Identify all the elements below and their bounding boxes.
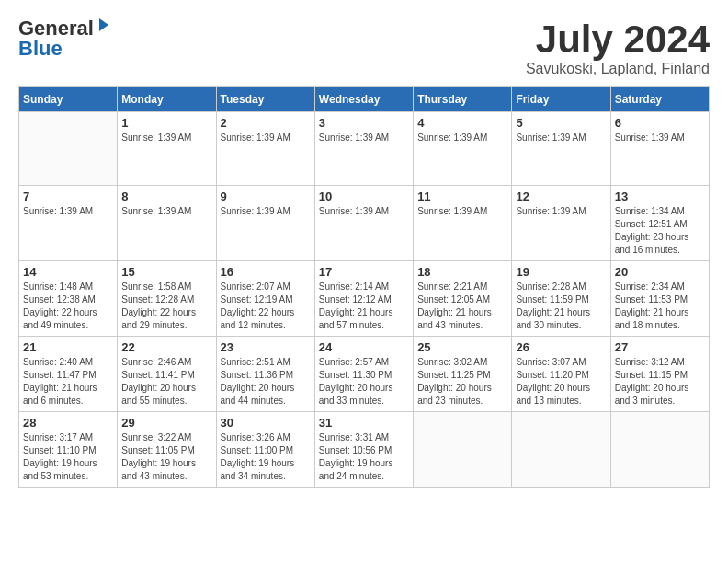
day-info: Sunrise: 2:57 AMSunset: 11:30 PMDaylight… — [319, 356, 409, 408]
day-number: 19 — [516, 265, 606, 279]
table-row: 27Sunrise: 3:12 AMSunset: 11:15 PMDaylig… — [610, 337, 709, 412]
day-info: Sunrise: 2:21 AMSunset: 12:05 AMDaylight… — [417, 281, 507, 332]
day-number: 14 — [23, 265, 113, 279]
table-row: 31Sunrise: 3:31 AMSunset: 10:56 PMDaylig… — [314, 412, 413, 488]
day-info: Sunrise: 1:39 AM — [417, 132, 507, 144]
day-info: Sunrise: 3:22 AMSunset: 11:05 PMDaylight… — [121, 431, 211, 483]
header-tuesday: Tuesday — [216, 87, 314, 112]
day-number: 2 — [221, 116, 311, 130]
table-row: 30Sunrise: 3:26 AMSunset: 11:00 PMDaylig… — [216, 412, 314, 488]
table-row: 20Sunrise: 2:34 AMSunset: 11:53 PMDaylig… — [610, 261, 709, 337]
header: General Blue July 2024 Savukoski, Laplan… — [18, 18, 710, 77]
day-number: 6 — [615, 116, 705, 130]
day-number: 17 — [319, 265, 409, 279]
day-info: Sunrise: 3:02 AMSunset: 11:25 PMDaylight… — [417, 356, 507, 408]
month-title: July 2024 — [526, 18, 710, 61]
logo-general-text: General — [18, 18, 94, 39]
table-row: 11Sunrise: 1:39 AM — [414, 186, 512, 261]
table-row: 14Sunrise: 1:48 AMSunset: 12:38 AMDaylig… — [19, 261, 118, 337]
day-info: Sunrise: 1:39 AM — [221, 205, 311, 218]
day-number: 8 — [121, 190, 211, 203]
day-info: Sunrise: 3:17 AMSunset: 11:10 PMDaylight… — [23, 431, 113, 483]
day-info: Sunrise: 1:48 AMSunset: 12:38 AMDaylight… — [23, 281, 113, 332]
logo: General Blue — [18, 18, 112, 59]
title-area: July 2024 Savukoski, Lapland, Finland — [526, 18, 710, 77]
day-number: 3 — [319, 116, 409, 130]
calendar-week-row: 7Sunrise: 1:39 AM8Sunrise: 1:39 AM9Sunri… — [19, 186, 710, 261]
day-info: Sunrise: 2:07 AMSunset: 12:19 AMDaylight… — [221, 281, 311, 332]
table-row: 15Sunrise: 1:58 AMSunset: 12:28 AMDaylig… — [118, 261, 216, 337]
day-number: 31 — [319, 416, 409, 430]
location-title: Savukoski, Lapland, Finland — [526, 61, 710, 77]
day-number: 7 — [23, 190, 113, 203]
day-number: 22 — [121, 340, 211, 354]
day-number: 28 — [23, 416, 113, 430]
table-row: 24Sunrise: 2:57 AMSunset: 11:30 PMDaylig… — [314, 337, 413, 412]
day-info: Sunrise: 1:39 AM — [23, 205, 113, 218]
table-row: 13Sunrise: 1:34 AMSunset: 12:51 AMDaylig… — [610, 186, 709, 261]
table-row: 17Sunrise: 2:14 AMSunset: 12:12 AMDaylig… — [314, 261, 413, 337]
calendar-week-row: 28Sunrise: 3:17 AMSunset: 11:10 PMDaylig… — [19, 412, 710, 488]
day-number: 9 — [221, 190, 311, 203]
day-number: 13 — [615, 190, 705, 203]
calendar-week-row: 21Sunrise: 2:40 AMSunset: 11:47 PMDaylig… — [19, 337, 710, 412]
header-sunday: Sunday — [19, 87, 118, 112]
day-number: 1 — [121, 116, 211, 130]
day-info: Sunrise: 1:39 AM — [319, 132, 409, 144]
day-number: 20 — [615, 265, 705, 279]
day-number: 27 — [615, 340, 705, 354]
day-info: Sunrise: 2:14 AMSunset: 12:12 AMDaylight… — [319, 281, 409, 332]
table-row: 22Sunrise: 2:46 AMSunset: 11:41 PMDaylig… — [118, 337, 216, 412]
day-info: Sunrise: 1:58 AMSunset: 12:28 AMDaylight… — [121, 281, 211, 332]
logo-flag-icon — [96, 17, 112, 33]
day-number: 23 — [221, 340, 311, 354]
table-row: 4Sunrise: 1:39 AM — [414, 112, 512, 186]
day-info: Sunrise: 1:39 AM — [516, 205, 606, 218]
table-row — [19, 112, 118, 186]
calendar-week-row: 14Sunrise: 1:48 AMSunset: 12:38 AMDaylig… — [19, 261, 710, 337]
day-info: Sunrise: 1:39 AM — [615, 132, 705, 144]
svg-marker-0 — [99, 18, 108, 31]
day-number: 16 — [221, 265, 311, 279]
calendar-header-row: Sunday Monday Tuesday Wednesday Thursday… — [19, 87, 710, 112]
day-number: 10 — [319, 190, 409, 203]
table-row: 1Sunrise: 1:39 AM — [118, 112, 216, 186]
header-monday: Monday — [118, 87, 216, 112]
day-number: 15 — [121, 265, 211, 279]
day-info: Sunrise: 2:40 AMSunset: 11:47 PMDaylight… — [23, 356, 113, 408]
day-info: Sunrise: 1:39 AM — [417, 205, 507, 218]
table-row: 25Sunrise: 3:02 AMSunset: 11:25 PMDaylig… — [414, 337, 512, 412]
table-row — [414, 412, 512, 488]
day-info: Sunrise: 2:51 AMSunset: 11:36 PMDaylight… — [221, 356, 311, 408]
header-friday: Friday — [512, 87, 610, 112]
day-info: Sunrise: 3:12 AMSunset: 11:15 PMDaylight… — [615, 356, 705, 408]
day-number: 29 — [121, 416, 211, 430]
day-info: Sunrise: 1:39 AM — [516, 132, 606, 144]
day-info: Sunrise: 1:39 AM — [319, 205, 409, 218]
day-info: Sunrise: 1:39 AM — [121, 132, 211, 144]
header-saturday: Saturday — [610, 87, 709, 112]
table-row: 28Sunrise: 3:17 AMSunset: 11:10 PMDaylig… — [19, 412, 118, 488]
day-number: 5 — [516, 116, 606, 130]
table-row: 2Sunrise: 1:39 AM — [216, 112, 314, 186]
day-number: 25 — [417, 340, 507, 354]
table-row: 7Sunrise: 1:39 AM — [19, 186, 118, 261]
day-number: 18 — [417, 265, 507, 279]
day-number: 11 — [417, 190, 507, 203]
table-row: 12Sunrise: 1:39 AM — [512, 186, 610, 261]
table-row: 5Sunrise: 1:39 AM — [512, 112, 610, 186]
day-number: 12 — [516, 190, 606, 203]
table-row — [610, 412, 709, 488]
table-row: 18Sunrise: 2:21 AMSunset: 12:05 AMDaylig… — [414, 261, 512, 337]
day-info: Sunrise: 1:34 AMSunset: 12:51 AMDaylight… — [615, 205, 705, 257]
table-row: 19Sunrise: 2:28 AMSunset: 11:59 PMDaylig… — [512, 261, 610, 337]
day-number: 26 — [516, 340, 606, 354]
logo-blue-text: Blue — [18, 39, 112, 59]
day-info: Sunrise: 3:26 AMSunset: 11:00 PMDaylight… — [221, 431, 311, 483]
day-info: Sunrise: 2:28 AMSunset: 11:59 PMDaylight… — [516, 281, 606, 332]
header-thursday: Thursday — [414, 87, 512, 112]
table-row: 29Sunrise: 3:22 AMSunset: 11:05 PMDaylig… — [118, 412, 216, 488]
table-row: 10Sunrise: 1:39 AM — [314, 186, 413, 261]
day-number: 24 — [319, 340, 409, 354]
calendar-week-row: 1Sunrise: 1:39 AM2Sunrise: 1:39 AM3Sunri… — [19, 112, 710, 186]
